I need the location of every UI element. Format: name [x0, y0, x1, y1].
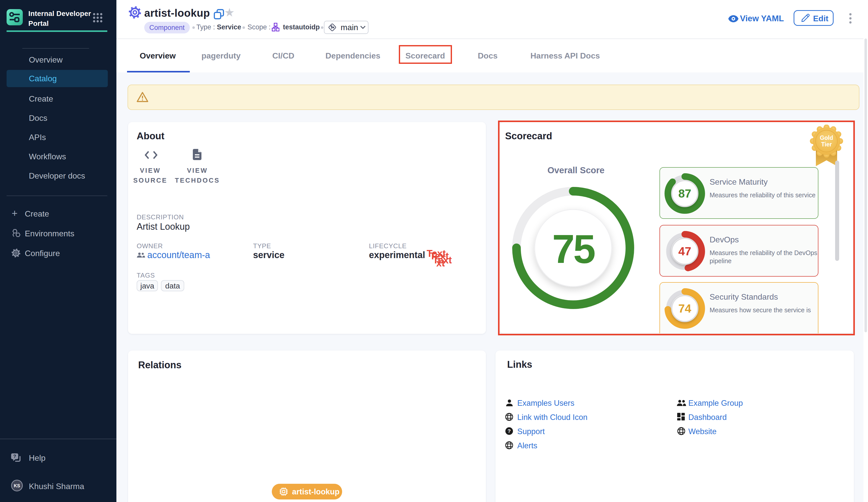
svg-text:?: ?: [13, 454, 16, 459]
svg-text:?: ?: [508, 428, 511, 434]
